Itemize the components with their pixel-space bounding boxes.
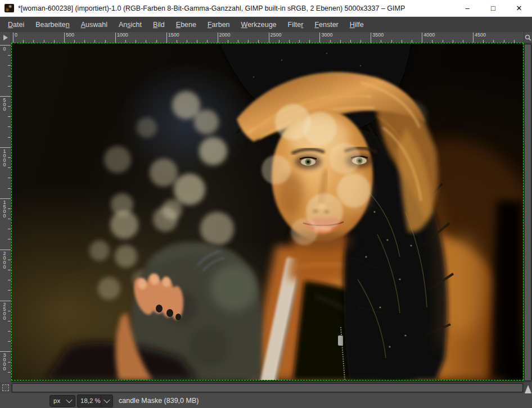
ruler-tick [13, 33, 13, 43]
ruler-label: 4000 [423, 32, 435, 38]
ruler-tick [8, 86, 11, 87]
ruler-tick [8, 167, 11, 168]
menu-item-ansicht[interactable]: Ansicht [113, 18, 147, 31]
ruler-tick [8, 239, 11, 239]
ruler-tick [269, 33, 269, 43]
minimize-button[interactable]: – [454, 0, 480, 17]
ruler-tick [8, 55, 11, 56]
ruler-label: 1500 [2, 200, 7, 217]
ruler-tick [8, 372, 11, 373]
ruler-label: 3500 [372, 32, 384, 38]
ruler-tick [8, 106, 11, 107]
main-area: 050010001500200025003000 [0, 43, 532, 382]
ruler-label: 0 [2, 46, 7, 51]
ruler-label: 500 [66, 32, 74, 38]
close-button[interactable]: ✕ [506, 0, 532, 17]
ruler-tick [8, 290, 11, 291]
horizontal-scrollbar[interactable] [11, 383, 524, 393]
ruler-tick [0, 250, 11, 250]
photo-figure-illustration [12, 43, 523, 380]
ruler-tick [0, 198, 11, 199]
title-bar: *[woman-600238] (importiert)-1.0 (RGB-Fa… [0, 0, 532, 17]
chevron-down-icon [66, 397, 72, 403]
ruler-tick [0, 301, 11, 301]
quick-mask-icon [2, 384, 9, 391]
ruler-tick [8, 157, 11, 158]
vertical-scrollbar-thumb[interactable] [524, 44, 531, 381]
ruler-label: 1000 [117, 32, 128, 38]
ruler-tick [8, 311, 11, 311]
zoom-select-button[interactable] [101, 395, 113, 407]
ruler-tick [473, 33, 474, 43]
ruler-origin-button[interactable] [0, 32, 11, 43]
menu-item-auswahl[interactable]: Auswahl [75, 18, 113, 31]
ruler-tick [8, 362, 11, 362]
navigation-triangle-icon [525, 385, 531, 393]
play-triangle-icon [3, 35, 8, 40]
ruler-tick [0, 45, 11, 46]
menu-item-ebene[interactable]: Ebene [170, 18, 202, 31]
ruler-tick [319, 33, 320, 43]
horizontal-scrollbar-thumb[interactable] [12, 383, 523, 392]
ruler-tick [8, 331, 11, 332]
ruler-label: 1500 [168, 32, 179, 38]
zoom-follow-window-button[interactable] [524, 32, 532, 43]
ruler-label: 2000 [2, 251, 7, 269]
menu-item-hilfe[interactable]: Hilfe [344, 18, 369, 31]
magnifier-icon [525, 34, 531, 41]
ruler-tick [8, 116, 11, 117]
ruler-label: 4500 [475, 32, 486, 38]
ruler-tick [8, 76, 11, 76]
menu-item-filter[interactable]: Filter [282, 18, 309, 31]
ruler-label: 2500 [2, 302, 7, 320]
ruler-tick [422, 33, 422, 43]
ruler-tick [8, 219, 11, 219]
ruler-tick [0, 147, 11, 148]
ruler-tick [8, 188, 11, 189]
ruler-tick [8, 270, 11, 270]
menu-item-fenster[interactable]: Fenster [309, 18, 344, 31]
unit-value: px [53, 397, 60, 404]
menu-item-datei[interactable]: Datei [2, 18, 30, 31]
status-bar: px 18,2 % candle Maske (839,0 MB) [0, 393, 532, 408]
ruler-tick [8, 178, 11, 178]
ruler-label: 3000 [2, 352, 7, 370]
ruler-label: 3000 [321, 32, 332, 38]
menu-item-bearbeiten[interactable]: Bearbeiten [30, 18, 75, 31]
menu-item-bild[interactable]: Bild [147, 18, 170, 31]
navigation-button[interactable] [524, 382, 532, 393]
ruler-tick [8, 341, 11, 342]
menu-item-werkzeuge[interactable]: Werkzeuge [236, 18, 282, 31]
canvas-image[interactable] [11, 43, 524, 380]
menu-bar: DateiBearbeitenAuswahlAnsichtBildEbeneFa… [0, 17, 532, 32]
unit-select[interactable]: px [49, 395, 75, 407]
ruler-tick [371, 33, 371, 43]
window-title: *[woman-600238] (importiert)-1.0 (RGB-Fa… [18, 4, 454, 12]
ruler-tick [8, 229, 11, 229]
horizontal-ruler[interactable]: 050010001500200025003000350040004500 [11, 32, 524, 43]
vertical-ruler[interactable]: 050010001500200025003000 [0, 43, 11, 382]
ruler-tick [0, 351, 11, 352]
ruler-label: 2500 [270, 32, 282, 38]
ruler-label: 1000 [2, 148, 7, 166]
ruler-tick [0, 96, 11, 97]
ruler-tick [115, 33, 116, 43]
ruler-tick [8, 65, 11, 66]
menu-item-farben[interactable]: Farben [202, 18, 236, 31]
gimp-window: *[woman-600238] (importiert)-1.0 (RGB-Fa… [0, 0, 532, 408]
canvas-area [11, 43, 524, 382]
zoom-value: 18,2 % [80, 397, 101, 404]
quick-mask-toggle-button[interactable] [0, 382, 11, 393]
vertical-scrollbar[interactable] [524, 43, 532, 382]
zoom-input[interactable]: 18,2 % [77, 395, 101, 407]
ruler-tick [8, 208, 11, 209]
status-message: candle Maske (839,0 MB) [119, 397, 199, 405]
app-icon [4, 4, 14, 12]
maximize-button[interactable]: □ [480, 0, 506, 17]
ruler-tick [8, 137, 11, 138]
ruler-row: 050010001500200025003000350040004500 [0, 32, 532, 43]
chevron-down-icon [103, 397, 110, 403]
ruler-label: 500 [2, 97, 7, 111]
ruler-tick [166, 33, 167, 43]
ruler-tick [64, 33, 65, 43]
